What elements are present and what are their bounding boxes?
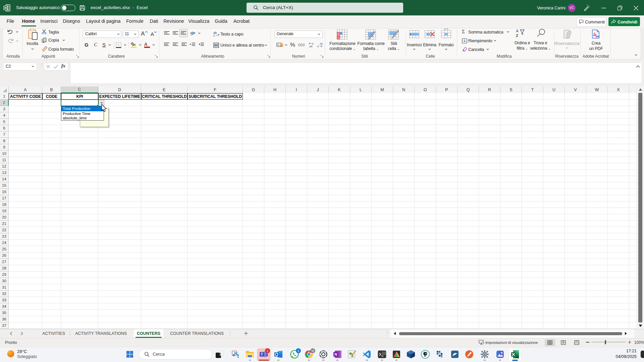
svg-text:A: A (516, 29, 519, 33)
svg-text:N: N (334, 352, 337, 356)
svg-text:,00: ,00 (319, 42, 323, 45)
svg-text:ab: ab (190, 31, 194, 35)
svg-text:0: 0 (317, 45, 319, 48)
svg-text:,00: ,00 (309, 45, 312, 48)
svg-text:c: c (213, 34, 215, 37)
svg-text:C: C (277, 43, 280, 47)
svg-text:Z: Z (516, 34, 518, 38)
svg-text:T: T (261, 353, 263, 356)
